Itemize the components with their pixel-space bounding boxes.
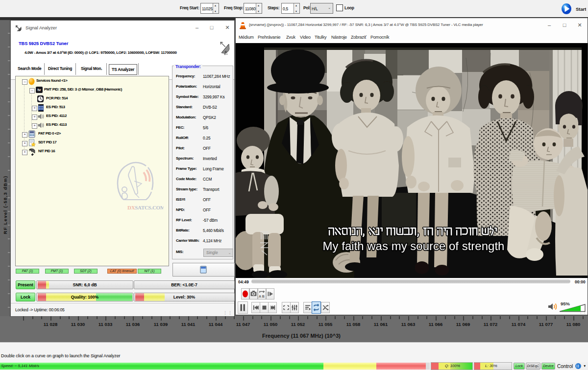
svg-text:DXSATCS.COM: DXSATCS.COM [127, 205, 164, 210]
svg-text:Start: Start [576, 6, 586, 12]
svg-text:My faith was my source of stre: My faith was my source of strength [323, 239, 505, 253]
svg-text:A B: A B [259, 295, 265, 298]
svg-text:95%: 95% [561, 301, 570, 306]
